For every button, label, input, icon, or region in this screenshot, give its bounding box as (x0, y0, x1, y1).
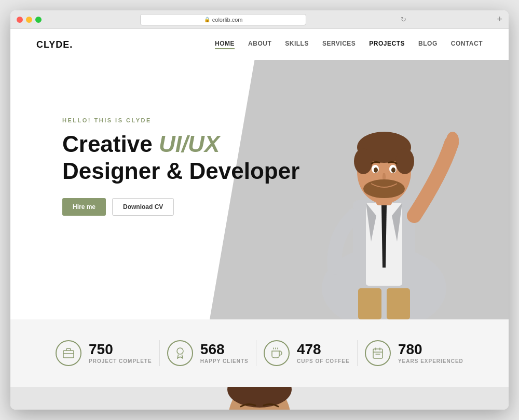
new-tab-button[interactable]: + (497, 14, 502, 25)
stat-years: 780 YEARS EXPERIENCED (365, 340, 463, 366)
stat-number-years: 780 (398, 342, 463, 357)
svg-point-21 (177, 348, 183, 354)
site-logo[interactable]: CLYDE. (36, 39, 73, 50)
stat-divider-2 (256, 340, 256, 366)
nav-services[interactable]: SERVICES (322, 40, 356, 49)
hero-title-line1: Creative (62, 131, 159, 157)
svg-rect-19 (63, 351, 74, 358)
hero-section: HELLO! THIS IS CLYDE Creative UI/UX Desi… (10, 60, 509, 319)
stat-icon-clients (167, 340, 193, 366)
nav-about[interactable]: ABOUT (248, 40, 271, 49)
svg-rect-17 (358, 288, 381, 319)
stat-icon-projects (56, 340, 81, 366)
stat-divider-1 (159, 340, 160, 366)
svg-point-8 (395, 148, 414, 174)
stat-label-projects: PROJECT COMPLETE (89, 358, 152, 364)
svg-point-11 (374, 167, 378, 173)
hero-title-line2: Designer & Developer (62, 158, 299, 184)
stat-label-years: YEARS EXPERIENCED (398, 358, 463, 364)
browser-window: 🔒 colorlib.com ↻ + CLYDE. HOME ABOUT SKI… (10, 10, 509, 410)
stat-text-coffee: 478 CUPS OF COFFEE (297, 342, 350, 364)
person-svg (291, 71, 477, 319)
stat-number-clients: 568 (200, 342, 249, 357)
about-preview-section (10, 387, 509, 410)
url-text: colorlib.com (212, 17, 243, 23)
close-button[interactable] (17, 17, 23, 23)
calendar-icon (372, 347, 384, 359)
svg-point-13 (363, 179, 405, 198)
nav-blog[interactable]: BLOG (418, 40, 438, 49)
about-person-face (187, 387, 332, 410)
stat-coffee: 478 CUPS OF COFFEE (264, 340, 350, 366)
stat-number-projects: 750 (89, 342, 152, 357)
stat-label-coffee: CUPS OF COFFEE (297, 358, 350, 364)
stats-section: 750 PROJECT COMPLETE 568 HAPPY CLIENTS (10, 319, 509, 387)
nav-home[interactable]: HOME (215, 40, 235, 49)
maximize-button[interactable] (35, 17, 42, 23)
svg-point-7 (354, 148, 373, 174)
website-content: CLYDE. HOME ABOUT SKILLS SERVICES PROJEC… (10, 29, 509, 410)
stat-text-projects: 750 PROJECT COMPLETE (89, 342, 152, 364)
stat-clients: 568 HAPPY CLIENTS (167, 340, 249, 366)
stat-text-clients: 568 HAPPY CLIENTS (200, 342, 249, 364)
stat-projects: 750 PROJECT COMPLETE (56, 340, 152, 366)
svg-rect-18 (387, 288, 410, 319)
svg-rect-22 (373, 349, 383, 358)
download-cv-button[interactable]: Download CV (112, 198, 174, 216)
briefcase-icon (62, 347, 75, 359)
minimize-button[interactable] (26, 17, 32, 23)
hire-me-button[interactable]: Hire me (62, 198, 106, 216)
stat-text-years: 780 YEARS EXPERIENCED (398, 342, 463, 364)
stat-icon-coffee (264, 340, 290, 366)
main-nav: HOME ABOUT SKILLS SERVICES PROJECTS BLOG… (215, 40, 483, 49)
stat-label-clients: HAPPY CLIENTS (200, 358, 249, 364)
award-icon (174, 347, 186, 359)
stat-divider-3 (357, 340, 358, 366)
hero-title-highlight: UI/UX (159, 131, 220, 157)
stat-number-coffee: 478 (297, 342, 350, 357)
window-controls (17, 17, 42, 23)
browser-titlebar: 🔒 colorlib.com ↻ + (10, 10, 509, 29)
nav-projects[interactable]: PROJECTS (369, 40, 405, 49)
svg-point-12 (391, 167, 395, 173)
nav-contact[interactable]: CONTACT (451, 40, 483, 49)
hero-person-image (291, 71, 477, 319)
coffee-icon (270, 347, 283, 359)
url-bar[interactable]: 🔒 colorlib.com (140, 14, 306, 25)
nav-skills[interactable]: SKILLS (285, 40, 309, 49)
svg-point-14 (446, 132, 459, 148)
stat-icon-years (365, 340, 391, 366)
refresh-icon[interactable]: ↻ (401, 16, 406, 23)
